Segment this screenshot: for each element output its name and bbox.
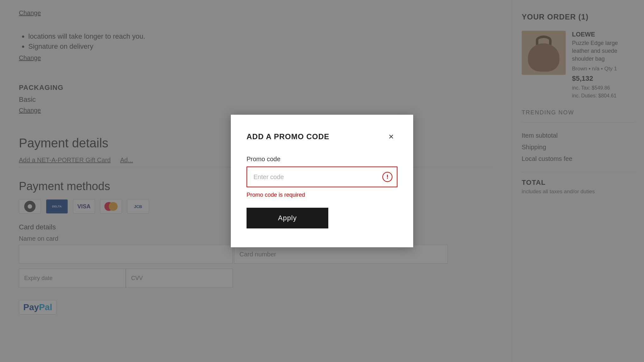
modal-header: ADD A PROMO CODE ×	[247, 130, 397, 143]
promo-input-wrapper: !	[247, 167, 397, 187]
promo-code-label: Promo code	[247, 156, 397, 163]
promo-error-message: Promo code is required	[247, 192, 397, 198]
apply-button[interactable]: Apply	[247, 208, 328, 228]
error-icon: !	[382, 172, 392, 182]
modal-title: ADD A PROMO CODE	[247, 132, 330, 141]
modal-close-button[interactable]: ×	[385, 130, 397, 143]
promo-code-modal: ADD A PROMO CODE × Promo code ! Promo co…	[231, 115, 413, 247]
close-icon: ×	[389, 132, 394, 142]
promo-code-input[interactable]	[247, 167, 397, 187]
modal-overlay[interactable]: ADD A PROMO CODE × Promo code ! Promo co…	[0, 0, 644, 362]
